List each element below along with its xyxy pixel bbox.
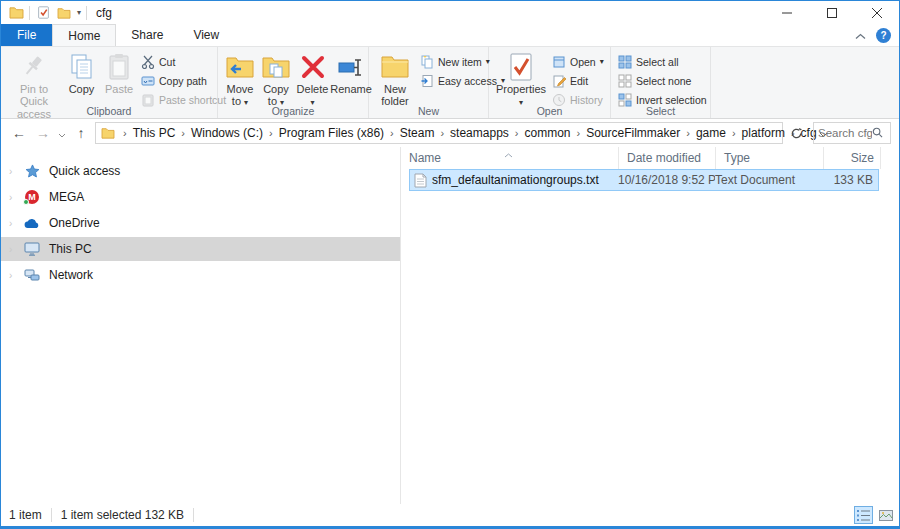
select-all-button[interactable]: Select all (615, 52, 710, 71)
sidebar-item-network[interactable]: › Network (1, 263, 400, 287)
qat-new-folder-button[interactable] (56, 5, 72, 21)
breadcrumb-expand-chevron[interactable]: › (682, 127, 694, 139)
file-list-pane: Name Date modified Type Size sfm_default… (401, 147, 899, 504)
tab-home[interactable]: Home (52, 24, 116, 46)
collapse-ribbon-icon[interactable] (855, 26, 866, 44)
ribbon-group-organize: Move to ▾ Copy to ▾ Delete ▾ Rename (218, 47, 369, 118)
copy-path-button[interactable]: Copy path (138, 71, 229, 90)
search-box[interactable] (813, 122, 891, 144)
copy-button[interactable]: Copy (63, 50, 100, 97)
breadcrumb-item[interactable]: Windows (C:) (189, 126, 265, 140)
column-header-size[interactable]: Size (824, 147, 881, 169)
copy-to-button[interactable]: Copy to ▾ (258, 50, 294, 110)
minimize-button[interactable] (764, 1, 809, 24)
breadcrumb-item[interactable]: platform (740, 126, 787, 140)
breadcrumb-item[interactable]: This PC (131, 126, 178, 140)
forward-button[interactable]: → (31, 125, 55, 141)
breadcrumb-expand-chevron[interactable]: › (177, 127, 189, 139)
recent-locations-chevron-icon[interactable] (55, 124, 69, 142)
breadcrumb-item[interactable]: Steam (398, 126, 437, 140)
group-label-new: New (369, 105, 488, 117)
rename-button[interactable]: Rename (331, 50, 371, 97)
tab-share[interactable]: Share (116, 24, 178, 46)
sort-ascending-icon[interactable] (504, 147, 513, 161)
rename-label: Rename (330, 83, 372, 95)
breadcrumb-item[interactable]: Program Files (x86) (277, 126, 386, 140)
breadcrumb-item[interactable]: steamapps (448, 126, 511, 140)
sidebar-item-label: MEGA (49, 190, 84, 204)
copy-path-icon (141, 74, 155, 88)
tab-view[interactable]: View (178, 24, 234, 46)
sidebar-item-this-pc[interactable]: › This PC (1, 237, 400, 261)
ribbon-group-clipboard: Pin to Quick access Copy Paste (1, 47, 218, 118)
ribbon-group-select: Select all Select none Invert selection … (611, 47, 711, 118)
select-none-button[interactable]: Select none (615, 71, 710, 90)
sidebar-item-quick-access[interactable]: › Quick access (1, 159, 400, 183)
breadcrumb[interactable]: › This PC › Windows (C:) › Program Files… (95, 122, 783, 144)
move-to-button[interactable]: Move to ▾ (222, 50, 258, 110)
status-bar: 1 item 1 item selected 132 KB (1, 504, 899, 526)
help-icon[interactable]: ? (876, 28, 891, 43)
breadcrumb-expand-chevron[interactable]: › (119, 127, 131, 139)
group-label-organize: Organize (218, 105, 368, 117)
breadcrumb-item[interactable]: common (522, 126, 572, 140)
network-icon (24, 267, 40, 283)
cut-button[interactable]: Cut (138, 52, 229, 71)
sidebar-item-mega[interactable]: › M MEGA (1, 185, 400, 209)
column-header-type[interactable]: Type (716, 147, 824, 169)
expand-chevron-icon[interactable]: › (9, 218, 17, 229)
new-folder-icon (380, 52, 410, 82)
breadcrumb-item[interactable]: SourceFilmmaker (584, 126, 682, 140)
details-view-button[interactable] (854, 506, 873, 524)
tab-file[interactable]: File (1, 24, 52, 46)
sidebar-item-onedrive[interactable]: › OneDrive (1, 211, 400, 235)
move-to-icon (225, 52, 255, 82)
large-icons-view-button[interactable] (876, 506, 895, 524)
sidebar-item-label: Quick access (49, 164, 120, 178)
properties-button[interactable]: Properties ▾ (493, 50, 549, 110)
breadcrumb-item[interactable]: game (694, 126, 728, 140)
cut-icon (141, 55, 155, 69)
this-pc-monitor-icon (24, 241, 40, 257)
delete-label: Delete (297, 83, 329, 95)
file-row[interactable]: sfm_defaultanimationgroups.txt 10/16/201… (409, 169, 879, 191)
open-button[interactable]: Open ▾ (549, 52, 607, 71)
edit-button[interactable]: Edit (549, 71, 607, 90)
expand-chevron-icon[interactable]: › (9, 270, 17, 281)
paste-button[interactable]: Paste (100, 50, 138, 97)
back-button[interactable]: ← (7, 125, 31, 141)
address-folder-icon (100, 125, 116, 141)
expand-chevron-icon[interactable]: › (9, 166, 17, 177)
copy-label: Copy (69, 83, 95, 95)
delete-button[interactable]: Delete ▾ (294, 50, 331, 110)
sidebar-item-label: OneDrive (49, 216, 100, 230)
file-size: 133 KB (823, 173, 878, 187)
breadcrumb-expand-chevron[interactable]: › (573, 127, 585, 139)
up-button[interactable]: ↑ (69, 125, 93, 141)
qat-properties-button[interactable] (35, 5, 51, 21)
ribbon-group-open: Properties ▾ Open ▾ Edit (489, 47, 611, 118)
new-folder-button[interactable]: New folder (373, 50, 417, 110)
breadcrumb-expand-chevron[interactable]: › (386, 127, 398, 139)
search-input[interactable] (818, 127, 872, 139)
refresh-button[interactable] (785, 127, 807, 140)
easy-access-icon (420, 74, 434, 88)
breadcrumb-expand-chevron[interactable]: › (265, 127, 277, 139)
search-icon[interactable] (872, 124, 883, 142)
maximize-button[interactable] (809, 1, 854, 24)
breadcrumb-expand-chevron[interactable]: › (728, 127, 740, 139)
expand-chevron-icon[interactable]: › (9, 244, 17, 255)
file-date-modified: 10/16/2018 9:52 PM (618, 173, 715, 187)
title-bar: ▾ cfg (1, 1, 899, 24)
column-header-date-modified[interactable]: Date modified (619, 147, 716, 169)
selection-summary: 1 item selected 132 KB (61, 508, 184, 522)
breadcrumb-expand-chevron[interactable]: › (436, 127, 448, 139)
pin-icon (19, 52, 49, 82)
ribbon: Pin to Quick access Copy Paste (1, 47, 899, 119)
invert-selection-label: Invert selection (636, 94, 707, 106)
expand-chevron-icon[interactable]: › (9, 192, 17, 203)
close-button[interactable] (854, 1, 899, 24)
breadcrumb-expand-chevron[interactable]: › (511, 127, 523, 139)
copy-path-label: Copy path (159, 75, 207, 87)
qat-customize-caret-icon[interactable]: ▾ (77, 9, 81, 17)
